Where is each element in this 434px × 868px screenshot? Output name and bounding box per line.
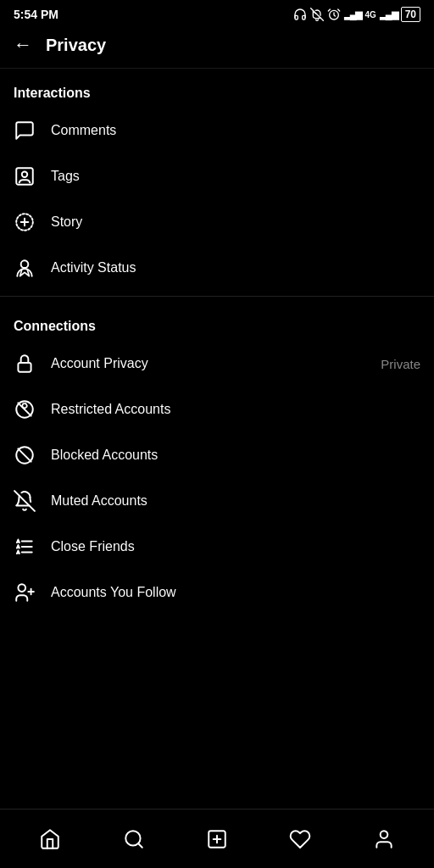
- comments-label: Comments: [51, 123, 420, 138]
- svg-point-21: [18, 584, 25, 592]
- section-connections: Connections Account Privacy Private Rest…: [0, 302, 434, 615]
- tags-label: Tags: [51, 169, 420, 184]
- section-divider: [0, 296, 434, 297]
- svg-line-14: [14, 491, 35, 511]
- menu-item-comments[interactable]: Comments: [0, 108, 434, 153]
- nav-profile[interactable]: [359, 818, 409, 860]
- lock-icon: [14, 353, 36, 375]
- menu-item-activity-status[interactable]: Activity Status: [0, 245, 434, 291]
- restricted-icon: [14, 398, 36, 420]
- svg-point-7: [21, 260, 29, 268]
- accounts-follow-label: Accounts You Follow: [51, 585, 420, 600]
- svg-marker-20: [17, 550, 19, 554]
- blocked-accounts-label: Blocked Accounts: [51, 448, 420, 463]
- menu-item-blocked-accounts[interactable]: Blocked Accounts: [0, 432, 434, 478]
- svg-point-29: [380, 831, 387, 838]
- bottom-nav: [0, 809, 434, 868]
- signal2-icon: ▂▄▆: [380, 9, 398, 20]
- menu-item-accounts-follow[interactable]: Accounts You Follow: [0, 570, 434, 615]
- back-button[interactable]: ←: [14, 34, 32, 56]
- muted-accounts-label: Muted Accounts: [51, 493, 420, 509]
- section-connections-header: Connections: [0, 302, 434, 341]
- add-icon: [206, 828, 228, 850]
- blocked-icon: [14, 444, 36, 466]
- status-time: 5:54 PM: [14, 8, 58, 21]
- bell-off-icon: [310, 8, 324, 21]
- heart-icon: [289, 828, 311, 850]
- page-title: Privacy: [46, 36, 106, 55]
- close-friends-label: Close Friends: [51, 539, 420, 554]
- svg-rect-8: [18, 363, 31, 372]
- activity-status-label: Activity Status: [51, 260, 420, 275]
- section-interactions-header: Interactions: [0, 69, 434, 108]
- menu-item-close-friends[interactable]: Close Friends: [0, 524, 434, 570]
- svg-line-10: [18, 403, 31, 415]
- restricted-accounts-label: Restricted Accounts: [51, 402, 420, 417]
- main-content: Interactions Comments Tags S: [0, 69, 434, 683]
- close-friends-icon: [14, 536, 36, 558]
- svg-point-11: [22, 403, 26, 408]
- story-icon: [14, 211, 36, 233]
- nav-add[interactable]: [192, 818, 242, 860]
- activity-icon: [14, 257, 36, 279]
- account-privacy-value: Private: [381, 357, 420, 371]
- menu-item-story[interactable]: Story: [0, 199, 434, 245]
- search-icon: [123, 828, 145, 850]
- page-header: ← Privacy: [0, 25, 434, 69]
- menu-item-tags[interactable]: Tags: [0, 153, 434, 199]
- nav-home[interactable]: [25, 818, 75, 860]
- svg-point-3: [22, 172, 28, 178]
- svg-marker-19: [17, 545, 19, 548]
- profile-icon: [373, 828, 395, 850]
- home-icon: [39, 828, 61, 850]
- menu-item-muted-accounts[interactable]: Muted Accounts: [0, 478, 434, 524]
- status-icons: ▂▄▆ 4G ▂▄▆ 70: [293, 7, 420, 22]
- account-privacy-label: Account Privacy: [51, 356, 365, 371]
- svg-line-25: [138, 843, 142, 848]
- battery-icon: 70: [401, 7, 420, 22]
- headphone-icon: [293, 8, 307, 21]
- menu-item-account-privacy[interactable]: Account Privacy Private: [0, 341, 434, 387]
- nav-search[interactable]: [108, 818, 159, 860]
- muted-icon: [14, 490, 36, 512]
- follow-icon: [14, 581, 36, 604]
- status-bar: 5:54 PM ▂▄▆ 4G ▂▄▆ 70: [0, 0, 434, 25]
- network-icon: 4G: [365, 10, 376, 19]
- signal-icon: ▂▄▆: [344, 9, 362, 20]
- svg-marker-18: [17, 539, 19, 542]
- comment-icon: [14, 120, 36, 142]
- svg-line-13: [18, 448, 31, 461]
- alarm-icon: [327, 8, 341, 21]
- nav-activity[interactable]: [275, 818, 326, 860]
- menu-item-restricted-accounts[interactable]: Restricted Accounts: [0, 387, 434, 432]
- section-interactions: Interactions Comments Tags S: [0, 69, 434, 291]
- story-label: Story: [51, 214, 420, 230]
- tags-icon: [14, 165, 36, 187]
